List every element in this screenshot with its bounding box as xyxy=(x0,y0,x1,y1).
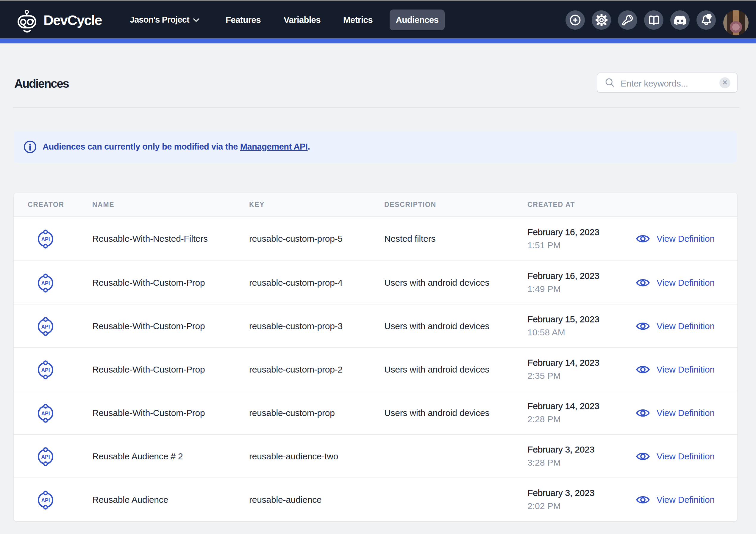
svg-text:API: API xyxy=(41,367,50,373)
svg-text:API: API xyxy=(41,454,50,460)
svg-text:API: API xyxy=(41,280,50,286)
svg-text:API: API xyxy=(41,497,50,503)
svg-text:API: API xyxy=(41,324,50,330)
svg-text:API: API xyxy=(41,236,50,242)
svg-text:API: API xyxy=(41,411,50,417)
